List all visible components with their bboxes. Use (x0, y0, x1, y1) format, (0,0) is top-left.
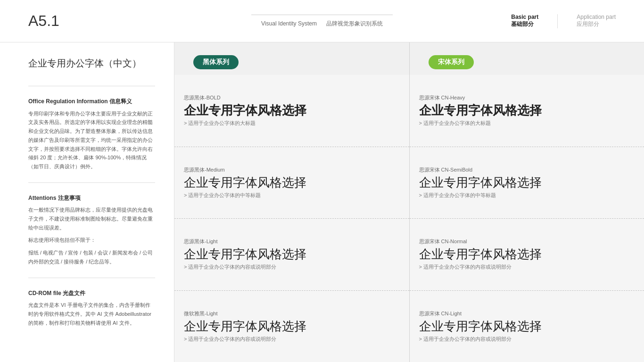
font-name-1-1: 思源宋体 CN-SemiBold (419, 166, 635, 173)
font-name-0-1: 思源黑体-Medium (184, 166, 400, 173)
font-name-0-3: 微软雅黑-Light (184, 310, 400, 317)
font-demo-1-0: 企业专用字体风格选择 (419, 103, 635, 118)
info-body-2b: 标志使用环境包括但不限于： (28, 236, 155, 245)
column-badge-0: 黑体系列 (193, 55, 239, 69)
font-entries-1: 思源宋体 CN-Heavy企业专用字体风格选择> 适用于企业办公字体的大标题思源… (410, 75, 644, 362)
header-right: Basic part 基础部分 Application part 应用部分 (511, 14, 616, 28)
font-name-0-2: 思源黑体-Light (184, 238, 400, 245)
font-name-0-0: 思源黑体-BOLD (184, 94, 400, 101)
sidebar-title: 企业专用办公字体（中文） (28, 57, 155, 70)
main: 企业专用办公字体（中文） Office Regulation Informati… (0, 42, 644, 362)
sidebar-divider-2 (28, 182, 155, 183)
header-top-line (251, 15, 393, 15)
sidebar-divider-3 (28, 278, 155, 278)
vi-title-cn: 品牌视觉形象识别系统 (326, 20, 383, 28)
sidebar: 企业专用办公字体（中文） Office Regulation Informati… (0, 42, 174, 362)
info-section-3: CD-ROM file 光盘文件 光盘文件是本 VI 手册电子文件的集合，内含手… (28, 289, 155, 328)
font-entry-0-1: 思源黑体-Medium企业专用字体风格选择> 适用于企业办公字体的中等标题 (174, 147, 409, 219)
info-section-1: Office Regulation Information 信息释义 专用印刷字… (28, 98, 155, 171)
font-entry-1-0: 思源宋体 CN-Heavy企业专用字体风格选择> 适用于企业办公字体的大标题 (410, 75, 644, 147)
nav-basic-en: Basic part (511, 14, 538, 20)
font-demo-1-1: 企业专用字体风格选择 (419, 175, 635, 190)
info-title-3: CD-ROM file 光盘文件 (28, 289, 155, 297)
header: A5.1 Visual Identity System 品牌视觉形象识别系统 B… (0, 0, 644, 42)
font-name-1-3: 思源宋体 CN-Light (419, 310, 635, 317)
font-entry-0-2: 思源黑体-Light企业专用字体风格选择> 适用于企业办公字体的内容或说明部分 (174, 219, 409, 291)
column-header-1: 宋体系列 (419, 49, 635, 75)
nav-basic[interactable]: Basic part 基础部分 (511, 14, 538, 28)
font-demo-1-2: 企业专用字体风格选择 (419, 247, 635, 262)
font-demo-0-3: 企业专用字体风格选择 (184, 319, 400, 334)
info-title-2: Attentions 注意事项 (28, 194, 155, 202)
info-title-1: Office Regulation Information 信息释义 (28, 98, 155, 106)
page-number: A5.1 (28, 13, 59, 29)
font-content: 黑体系列思源黑体-BOLD企业专用字体风格选择> 适用于企业办公字体的大标题思源… (174, 42, 644, 362)
info-body-2a: 在一般情况下使用品牌标志，应尽量使用提供的光盘电子文件，不建议使用标准制图绘制标… (28, 206, 155, 232)
nav-application[interactable]: Application part 应用部分 (577, 14, 616, 28)
nav-app-cn: 应用部分 (577, 20, 599, 28)
font-desc-1-0: > 适用于企业办公字体的大标题 (419, 120, 635, 127)
header-center: Visual Identity System 品牌视觉形象识别系统 (251, 15, 393, 28)
font-desc-0-2: > 适用于企业办公字体的内容或说明部分 (184, 263, 400, 271)
font-desc-1-1: > 适用于企业办公字体的中等标题 (419, 192, 635, 199)
nav-app-en: Application part (577, 14, 616, 20)
font-entry-1-3: 思源宋体 CN-Light企业专用字体风格选择> 适用于企业办公字体的内容或说明… (410, 291, 644, 362)
font-demo-1-3: 企业专用字体风格选择 (419, 319, 635, 334)
font-desc-0-3: > 适用于企业办公字体的内容或说明部分 (184, 336, 400, 343)
column-badge-1: 宋体系列 (429, 55, 474, 69)
font-column-1: 宋体系列思源宋体 CN-Heavy企业专用字体风格选择> 适用于企业办公字体的大… (410, 42, 644, 362)
font-desc-0-0: > 适用于企业办公字体的大标题 (184, 120, 400, 127)
font-entry-1-1: 思源宋体 CN-SemiBold企业专用字体风格选择> 适用于企业办公字体的中等… (410, 147, 644, 219)
vi-title-en: Visual Identity System (261, 20, 317, 27)
nav-basic-cn: 基础部分 (511, 20, 534, 28)
font-name-1-2: 思源宋体 CN-Normal (419, 238, 635, 245)
font-demo-0-0: 企业专用字体风格选择 (184, 103, 400, 118)
header-titles: Visual Identity System 品牌视觉形象识别系统 (261, 20, 383, 28)
info-body-1: 专用印刷字体和专用办公字体主要应用于企业文献的正文及实务用品。所选定的字体用以实… (28, 109, 155, 171)
nav-divider (557, 14, 558, 28)
font-entries-0: 思源黑体-BOLD企业专用字体风格选择> 适用于企业办公字体的大标题思源黑体-M… (174, 75, 409, 362)
font-desc-1-3: > 适用于企业办公字体的内容或说明部分 (419, 336, 635, 343)
font-name-1-0: 思源宋体 CN-Heavy (419, 94, 635, 101)
font-desc-1-2: > 适用于企业办公字体的内容或说明部分 (419, 263, 635, 271)
font-entry-0-3: 微软雅黑-Light企业专用字体风格选择> 适用于企业办公字体的内容或说明部分 (174, 291, 409, 362)
font-desc-0-1: > 适用于企业办公字体的中等标题 (184, 192, 400, 199)
font-entry-0-0: 思源黑体-BOLD企业专用字体风格选择> 适用于企业办公字体的大标题 (174, 75, 409, 147)
sidebar-divider-1 (28, 86, 155, 86)
info-body-3: 光盘文件是本 VI 手册电子文件的集合，内含手册制作时的专用软件格式文件。其中 … (28, 301, 155, 327)
column-header-0: 黑体系列 (184, 49, 400, 75)
info-body-2c: 报纸 / 电视广告 / 宣传 / 包装 / 会议 / 新闻发布会 / 公司内外部… (28, 248, 155, 266)
font-demo-0-1: 企业专用字体风格选择 (184, 175, 400, 190)
font-demo-0-2: 企业专用字体风格选择 (184, 247, 400, 262)
font-entry-1-2: 思源宋体 CN-Normal企业专用字体风格选择> 适用于企业办公字体的内容或说… (410, 219, 644, 291)
header-left: A5.1 (28, 13, 59, 29)
info-section-2: Attentions 注意事项 在一般情况下使用品牌标志，应尽量使用提供的光盘电… (28, 194, 155, 266)
font-column-0: 黑体系列思源黑体-BOLD企业专用字体风格选择> 适用于企业办公字体的大标题思源… (174, 42, 410, 362)
